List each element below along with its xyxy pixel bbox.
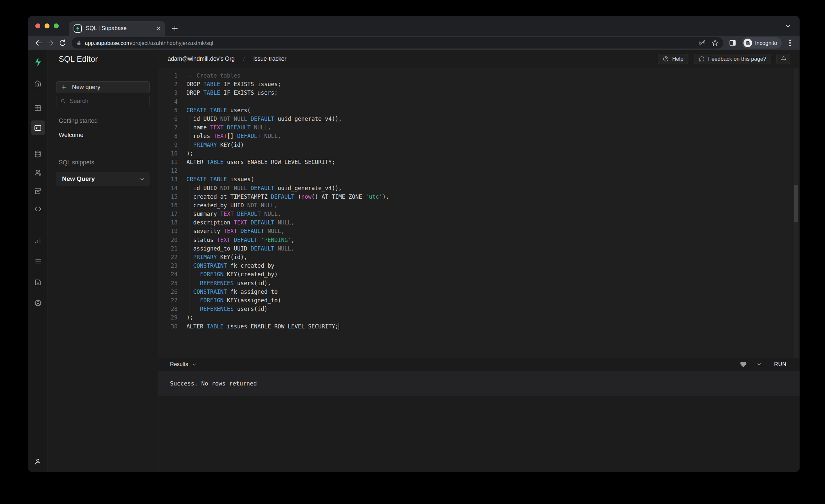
results-toolbar: Results RUN bbox=[158, 358, 800, 371]
chevron-down-icon[interactable] bbox=[140, 176, 145, 182]
feedback-button[interactable]: Feedback on this page? bbox=[694, 54, 771, 64]
main-content: adam@windmill.dev's Org / issue-tracker … bbox=[158, 50, 800, 472]
success-message: Success. No rows returned bbox=[170, 380, 257, 387]
code-line: 8 roles TEXT[] DEFAULT NULL, bbox=[158, 132, 800, 140]
line-number: 28 bbox=[158, 306, 177, 312]
line-number: 3 bbox=[158, 89, 177, 96]
sidebar-item-logs[interactable] bbox=[31, 254, 45, 268]
line-number: 15 bbox=[158, 194, 177, 200]
search-input[interactable]: Search bbox=[56, 96, 150, 106]
line-number: 4 bbox=[158, 98, 177, 105]
help-circle-icon bbox=[663, 56, 669, 62]
tab-close-icon[interactable] bbox=[156, 26, 161, 31]
run-button[interactable]: RUN bbox=[774, 361, 786, 367]
sidebar-item-sql-editor[interactable] bbox=[31, 121, 45, 135]
snippet-item-new-query[interactable]: New Query bbox=[56, 172, 150, 186]
url-text: app.supabase.com/project/azahtnhqohyjerz… bbox=[85, 40, 213, 46]
side-panel-icon[interactable] bbox=[727, 37, 739, 49]
line-number: 23 bbox=[158, 263, 177, 269]
reload-icon[interactable] bbox=[57, 37, 68, 49]
code-line: 16 created_by UUID NOT NULL, bbox=[158, 201, 800, 210]
password-hidden-eye-icon[interactable] bbox=[698, 39, 705, 47]
code-line: 17 summary TEXT DEFAULT NULL, bbox=[158, 210, 800, 218]
code-line: 15 created_at TIMESTAMPTZ DEFAULT (now()… bbox=[158, 193, 800, 201]
notifications-button[interactable] bbox=[776, 54, 791, 64]
sql-code-editor[interactable]: 1-- Create tables2DROP TABLE IF EXISTS i… bbox=[158, 68, 800, 358]
code-line: 26 CONSTRAINT fk_assigned_to bbox=[158, 287, 800, 296]
minimize-window-button[interactable] bbox=[45, 23, 50, 28]
sidebar-item-settings[interactable] bbox=[31, 295, 45, 310]
browser-menu-icon[interactable] bbox=[785, 39, 795, 47]
code-line: 12 bbox=[158, 166, 800, 175]
line-number: 17 bbox=[158, 211, 177, 217]
line-number: 13 bbox=[158, 176, 177, 183]
line-number: 30 bbox=[158, 323, 177, 330]
code-line: 3DROP TABLE IF EXISTS users; bbox=[158, 88, 800, 97]
code-line: 28 REFERENCES users(id) bbox=[158, 305, 800, 313]
line-number: 11 bbox=[158, 159, 177, 165]
nav-rail bbox=[28, 50, 48, 472]
code-line: 7 name TEXT DEFAULT NULL, bbox=[158, 123, 800, 132]
line-number: 24 bbox=[158, 271, 177, 278]
sidebar-item-storage[interactable] bbox=[31, 184, 45, 198]
results-output: Success. No rows returned bbox=[158, 371, 800, 396]
tab-title: SQL | Supabase bbox=[86, 25, 156, 32]
browser-window: SQL | Supabase app.supabase.com/project/… bbox=[28, 16, 800, 472]
sidebar-item-auth[interactable] bbox=[31, 165, 45, 180]
run-options-chevron-icon[interactable] bbox=[757, 362, 762, 367]
bell-icon bbox=[780, 56, 787, 62]
favorite-heart-icon[interactable] bbox=[740, 361, 747, 367]
sidebar-item-api[interactable] bbox=[31, 202, 45, 216]
code-line: 13CREATE TABLE issues( bbox=[158, 175, 800, 184]
bookmark-star-icon[interactable] bbox=[711, 39, 719, 47]
maximize-window-button[interactable] bbox=[54, 23, 59, 28]
sidebar-item-table-editor[interactable] bbox=[31, 101, 45, 115]
line-number: 27 bbox=[158, 297, 177, 304]
forward-icon[interactable] bbox=[45, 37, 57, 49]
code-line: 30ALTER TABLE issues ENABLE ROW LEVEL SE… bbox=[158, 322, 800, 331]
code-line: 23 CONSTRAINT fk_created_by bbox=[158, 262, 800, 270]
code-line: 6 id UUID NOT NULL DEFAULT uuid_generate… bbox=[158, 115, 800, 123]
breadcrumb-project[interactable]: issue-tracker bbox=[253, 56, 287, 62]
window-controls bbox=[35, 23, 59, 28]
text-cursor bbox=[339, 323, 339, 330]
line-number: 6 bbox=[158, 116, 177, 122]
account-icon[interactable] bbox=[31, 454, 45, 469]
lock-icon bbox=[76, 40, 81, 46]
supabase-favicon bbox=[74, 24, 82, 33]
line-number: 19 bbox=[158, 228, 177, 234]
supabase-logo-icon[interactable] bbox=[31, 55, 45, 69]
code-line: 21 assigned_to UUID DEFAULT NULL, bbox=[158, 244, 800, 253]
help-button[interactable]: Help bbox=[658, 54, 688, 64]
results-dropdown-label[interactable]: Results bbox=[170, 361, 188, 367]
tab-overview-chevron-icon[interactable] bbox=[785, 23, 791, 29]
sql-editor-panel: SQL Editor New query Search Getting star… bbox=[48, 50, 158, 472]
sidebar-item-home[interactable] bbox=[31, 76, 45, 90]
breadcrumb-org[interactable]: adam@windmill.dev's Org bbox=[168, 56, 235, 62]
new-query-button[interactable]: New query bbox=[56, 81, 150, 93]
code-line: 14 id UUID NOT NULL DEFAULT uuid_generat… bbox=[158, 184, 800, 192]
results-empty-area bbox=[158, 396, 800, 472]
close-window-button[interactable] bbox=[35, 23, 40, 28]
back-icon[interactable] bbox=[33, 37, 45, 49]
search-icon bbox=[60, 98, 66, 103]
new-tab-icon[interactable] bbox=[171, 25, 178, 32]
sidebar-item-docs[interactable] bbox=[31, 275, 45, 289]
line-number: 10 bbox=[158, 150, 177, 157]
url-bar[interactable]: app.supabase.com/project/azahtnhqohyjerz… bbox=[72, 37, 723, 49]
results-chevron-icon[interactable] bbox=[192, 362, 197, 367]
sidebar-item-reports[interactable] bbox=[31, 233, 45, 248]
line-number: 8 bbox=[158, 133, 177, 139]
line-number: 14 bbox=[158, 185, 177, 192]
browser-tab[interactable]: SQL | Supabase bbox=[69, 21, 165, 35]
code-line: 20 status TEXT DEFAULT 'PENDING', bbox=[158, 236, 800, 244]
code-line: 24 FOREIGN KEY(created_by) bbox=[158, 270, 800, 279]
sidebar-item-database[interactable] bbox=[31, 147, 45, 161]
line-number: 5 bbox=[158, 107, 177, 114]
welcome-link[interactable]: Welcome bbox=[59, 132, 150, 139]
snippet-label: New Query bbox=[62, 175, 140, 183]
incognito-spy-icon bbox=[744, 39, 752, 47]
editor-scrollbar-thumb[interactable] bbox=[794, 185, 798, 222]
code-line: 2DROP TABLE IF EXISTS issues; bbox=[158, 80, 800, 88]
line-number: 22 bbox=[158, 254, 177, 261]
